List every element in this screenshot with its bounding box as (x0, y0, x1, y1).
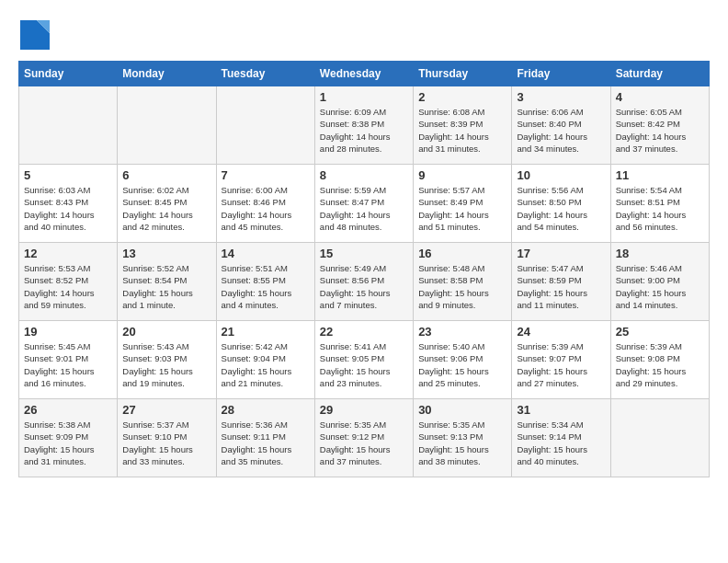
day-number: 22 (320, 325, 408, 339)
day-info: Sunrise: 5:56 AM Sunset: 8:50 PM Dayligh… (517, 184, 605, 233)
day-info: Sunrise: 5:57 AM Sunset: 8:49 PM Dayligh… (418, 184, 506, 233)
day-number: 28 (222, 403, 310, 417)
day-info: Sunrise: 5:39 AM Sunset: 9:08 PM Dayligh… (616, 340, 704, 389)
day-number: 30 (418, 403, 506, 417)
logo-icon (18, 18, 51, 52)
day-info: Sunrise: 5:59 AM Sunset: 8:47 PM Dayligh… (320, 184, 408, 233)
day-number: 19 (24, 325, 112, 339)
day-info: Sunrise: 5:34 AM Sunset: 9:14 PM Dayligh… (517, 419, 605, 467)
day-number: 4 (616, 90, 704, 104)
calendar-cell: 8Sunrise: 5:59 AM Sunset: 8:47 PM Daylig… (314, 165, 413, 243)
calendar-table: SundayMondayTuesdayWednesdayThursdayFrid… (18, 61, 710, 477)
day-info: Sunrise: 5:42 AM Sunset: 9:04 PM Dayligh… (222, 340, 310, 389)
day-number: 8 (320, 168, 408, 182)
calendar-cell: 9Sunrise: 5:57 AM Sunset: 8:49 PM Daylig… (414, 165, 512, 243)
page-header (18, 18, 710, 52)
day-number: 17 (517, 247, 605, 260)
header-thursday: Thursday (414, 62, 512, 86)
day-number: 16 (418, 247, 506, 260)
day-number: 15 (320, 247, 408, 260)
day-info: Sunrise: 6:03 AM Sunset: 8:43 PM Dayligh… (24, 184, 112, 233)
day-number: 24 (517, 325, 605, 339)
calendar-cell: 14Sunrise: 5:51 AM Sunset: 8:55 PM Dayli… (216, 243, 314, 321)
day-number: 10 (517, 168, 605, 182)
week-row-1: 1Sunrise: 6:09 AM Sunset: 8:38 PM Daylig… (19, 86, 710, 165)
calendar-cell: 30Sunrise: 5:35 AM Sunset: 9:13 PM Dayli… (414, 399, 512, 477)
weekday-header-row: SundayMondayTuesdayWednesdayThursdayFrid… (19, 62, 710, 86)
week-row-2: 5Sunrise: 6:03 AM Sunset: 8:43 PM Daylig… (19, 165, 710, 243)
day-info: Sunrise: 5:53 AM Sunset: 8:52 PM Dayligh… (24, 262, 112, 311)
day-number: 13 (122, 247, 210, 260)
calendar-cell: 13Sunrise: 5:52 AM Sunset: 8:54 PM Dayli… (118, 243, 216, 321)
calendar-cell: 1Sunrise: 6:09 AM Sunset: 8:38 PM Daylig… (314, 86, 413, 165)
day-number: 25 (616, 325, 704, 339)
day-info: Sunrise: 6:05 AM Sunset: 8:42 PM Dayligh… (616, 106, 704, 155)
day-info: Sunrise: 5:36 AM Sunset: 9:11 PM Dayligh… (222, 419, 310, 467)
day-info: Sunrise: 5:45 AM Sunset: 9:01 PM Dayligh… (24, 340, 112, 389)
header-tuesday: Tuesday (216, 62, 314, 86)
day-info: Sunrise: 6:00 AM Sunset: 8:46 PM Dayligh… (222, 184, 310, 233)
calendar-cell: 11Sunrise: 5:54 AM Sunset: 8:51 PM Dayli… (610, 165, 709, 243)
calendar-cell: 19Sunrise: 5:45 AM Sunset: 9:01 PM Dayli… (19, 321, 118, 399)
day-number: 5 (24, 168, 112, 182)
calendar-cell: 31Sunrise: 5:34 AM Sunset: 9:14 PM Dayli… (512, 399, 610, 477)
calendar-cell (118, 86, 216, 165)
day-info: Sunrise: 6:02 AM Sunset: 8:45 PM Dayligh… (122, 184, 210, 233)
calendar-cell (610, 399, 709, 477)
day-number: 21 (222, 325, 310, 339)
header-saturday: Saturday (610, 62, 709, 86)
day-number: 12 (24, 247, 112, 260)
day-info: Sunrise: 5:35 AM Sunset: 9:13 PM Dayligh… (418, 419, 506, 467)
header-sunday: Sunday (19, 62, 118, 86)
calendar-cell: 21Sunrise: 5:42 AM Sunset: 9:04 PM Dayli… (216, 321, 314, 399)
day-info: Sunrise: 5:49 AM Sunset: 8:56 PM Dayligh… (320, 262, 408, 311)
day-number: 1 (320, 90, 408, 104)
calendar-cell: 5Sunrise: 6:03 AM Sunset: 8:43 PM Daylig… (19, 165, 118, 243)
day-number: 26 (24, 403, 112, 417)
logo (18, 18, 55, 52)
day-number: 18 (616, 247, 704, 260)
week-row-5: 26Sunrise: 5:38 AM Sunset: 9:09 PM Dayli… (19, 399, 710, 477)
calendar-cell: 17Sunrise: 5:47 AM Sunset: 8:59 PM Dayli… (512, 243, 610, 321)
calendar-cell: 24Sunrise: 5:39 AM Sunset: 9:07 PM Dayli… (512, 321, 610, 399)
day-number: 29 (320, 403, 408, 417)
calendar-cell (19, 86, 118, 165)
header-friday: Friday (512, 62, 610, 86)
calendar-cell: 23Sunrise: 5:40 AM Sunset: 9:06 PM Dayli… (414, 321, 512, 399)
calendar-cell (216, 86, 314, 165)
day-number: 6 (122, 168, 210, 182)
day-number: 31 (517, 403, 605, 417)
day-info: Sunrise: 5:52 AM Sunset: 8:54 PM Dayligh… (122, 262, 210, 311)
day-number: 3 (517, 90, 605, 104)
calendar-cell: 20Sunrise: 5:43 AM Sunset: 9:03 PM Dayli… (118, 321, 216, 399)
calendar-cell: 4Sunrise: 6:05 AM Sunset: 8:42 PM Daylig… (610, 86, 709, 165)
day-info: Sunrise: 5:51 AM Sunset: 8:55 PM Dayligh… (222, 262, 310, 311)
day-info: Sunrise: 6:08 AM Sunset: 8:39 PM Dayligh… (418, 106, 506, 155)
day-number: 11 (616, 168, 704, 182)
week-row-4: 19Sunrise: 5:45 AM Sunset: 9:01 PM Dayli… (19, 321, 710, 399)
calendar-cell: 29Sunrise: 5:35 AM Sunset: 9:12 PM Dayli… (314, 399, 413, 477)
header-monday: Monday (118, 62, 216, 86)
day-info: Sunrise: 5:39 AM Sunset: 9:07 PM Dayligh… (517, 340, 605, 389)
calendar-cell: 15Sunrise: 5:49 AM Sunset: 8:56 PM Dayli… (314, 243, 413, 321)
day-number: 7 (222, 168, 310, 182)
calendar-cell: 25Sunrise: 5:39 AM Sunset: 9:08 PM Dayli… (610, 321, 709, 399)
day-info: Sunrise: 5:48 AM Sunset: 8:58 PM Dayligh… (418, 262, 506, 311)
day-number: 23 (418, 325, 506, 339)
day-number: 2 (418, 90, 506, 104)
calendar-cell: 28Sunrise: 5:36 AM Sunset: 9:11 PM Dayli… (216, 399, 314, 477)
calendar-cell: 26Sunrise: 5:38 AM Sunset: 9:09 PM Dayli… (19, 399, 118, 477)
calendar-cell: 2Sunrise: 6:08 AM Sunset: 8:39 PM Daylig… (414, 86, 512, 165)
day-info: Sunrise: 5:46 AM Sunset: 9:00 PM Dayligh… (616, 262, 704, 311)
header-wednesday: Wednesday (314, 62, 413, 86)
day-info: Sunrise: 5:43 AM Sunset: 9:03 PM Dayligh… (122, 340, 210, 389)
calendar-cell: 10Sunrise: 5:56 AM Sunset: 8:50 PM Dayli… (512, 165, 610, 243)
week-row-3: 12Sunrise: 5:53 AM Sunset: 8:52 PM Dayli… (19, 243, 710, 321)
day-info: Sunrise: 5:38 AM Sunset: 9:09 PM Dayligh… (24, 419, 112, 467)
calendar-cell: 16Sunrise: 5:48 AM Sunset: 8:58 PM Dayli… (414, 243, 512, 321)
day-info: Sunrise: 5:47 AM Sunset: 8:59 PM Dayligh… (517, 262, 605, 311)
day-number: 14 (222, 247, 310, 260)
calendar-cell: 12Sunrise: 5:53 AM Sunset: 8:52 PM Dayli… (19, 243, 118, 321)
calendar-cell: 3Sunrise: 6:06 AM Sunset: 8:40 PM Daylig… (512, 86, 610, 165)
calendar-cell: 18Sunrise: 5:46 AM Sunset: 9:00 PM Dayli… (610, 243, 709, 321)
